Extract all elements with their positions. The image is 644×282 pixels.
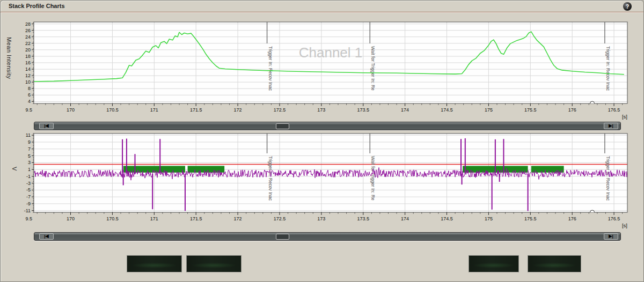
stack-thumbnail-1[interactable] [127,255,182,272]
svg-text:173.5: 173.5 [357,216,369,221]
help-button[interactable]: ? [623,2,632,11]
svg-text:7: 7 [28,146,31,152]
svg-text:172: 172 [234,107,242,113]
svg-text:174.5: 174.5 [441,107,453,113]
svg-text:176.5: 176.5 [608,107,620,113]
window-title: Stack Profile Charts [9,3,65,9]
help-icon: ? [626,4,629,10]
voltage-chart[interactable]: Trigger In: Recov InacWait for Trigger I… [27,132,634,231]
svg-text:173: 173 [317,107,325,113]
svg-text:-11: -11 [24,208,31,213]
svg-text:173: 173 [317,216,325,221]
svg-text:6: 6 [28,92,31,98]
scroll-left-button[interactable]: |◀ [39,123,54,129]
time-scrollbar-top[interactable]: |◀ ▶| [34,122,621,130]
svg-text:9.5: 9.5 [25,107,32,113]
svg-text:11: 11 [26,132,31,138]
y-axis-label-voltage: V [11,167,18,171]
svg-text:24: 24 [25,34,31,40]
svg-text:[s]: [s] [622,114,627,120]
svg-text:22: 22 [25,41,31,46]
stack-thumbnail-4[interactable] [528,255,581,272]
svg-text:172: 172 [234,216,242,221]
scroll-left-icon: |◀ [44,234,48,239]
mean-intensity-chart[interactable]: Channel 1Trigger In: Recov InacWait for … [27,21,634,120]
svg-text:Trigger In: Recov Inac: Trigger In: Recov Inac [605,46,611,91]
scroll-left-button[interactable]: |◀ [39,233,54,240]
titlebar: Stack Profile Charts [1,1,643,12]
svg-text:9.5: 9.5 [25,216,32,221]
svg-text:171.5: 171.5 [190,107,202,113]
svg-text:Trigger In: Recov Inac: Trigger In: Recov Inac [268,156,273,201]
svg-text:172.5: 172.5 [274,107,286,113]
svg-text:Wait for Trigger In: Re: Wait for Trigger In: Re [370,46,376,91]
svg-text:176: 176 [568,216,576,221]
scrollbar-thumb[interactable] [276,123,289,129]
stack-thumbnail-2[interactable] [186,255,241,272]
svg-text:171.5: 171.5 [190,216,202,221]
scroll-right-icon: ▶| [609,123,613,128]
svg-text:Channel 1: Channel 1 [299,44,363,61]
svg-text:28: 28 [25,21,31,27]
svg-text:12: 12 [25,73,31,78]
svg-text:-9: -9 [26,201,31,206]
stack-thumbnail-3[interactable] [469,255,519,272]
svg-text:175: 175 [485,216,493,221]
svg-text:-1: -1 [26,174,31,179]
svg-text:-3: -3 [26,181,31,186]
svg-text:20: 20 [25,47,31,53]
svg-text:16: 16 [25,60,31,65]
svg-text:Wait for Trigger In: Re: Wait for Trigger In: Re [370,156,376,201]
scroll-right-icon: ▶| [609,234,613,239]
svg-text:18: 18 [25,54,31,59]
svg-text:10: 10 [25,79,31,85]
svg-text:171: 171 [150,216,158,221]
svg-text:26: 26 [25,28,31,33]
svg-text:175.5: 175.5 [524,216,537,221]
svg-text:174: 174 [401,107,409,113]
svg-text:170.5: 170.5 [106,216,119,221]
svg-text:176.5: 176.5 [608,216,620,221]
scroll-right-button[interactable]: ▶| [604,233,618,240]
svg-text:Trigger In: Recov Inac: Trigger In: Recov Inac [268,46,273,91]
svg-text:1: 1 [28,167,31,172]
svg-text:175: 175 [485,107,493,113]
time-scrollbar-bottom[interactable]: |◀ ▶| [34,232,621,241]
svg-text:4: 4 [28,99,31,104]
svg-text:9: 9 [28,139,31,145]
svg-text:5: 5 [28,153,31,159]
svg-text:176: 176 [568,107,576,113]
svg-text:174: 174 [401,216,409,221]
svg-text:[s]: [s] [622,222,627,228]
svg-text:-7: -7 [26,194,31,199]
svg-text:172.5: 172.5 [274,216,286,221]
svg-text:171: 171 [150,107,158,113]
svg-text:170.5: 170.5 [106,107,119,113]
svg-text:8: 8 [28,86,31,91]
scroll-right-button[interactable]: ▶| [604,123,618,129]
svg-text:170: 170 [67,216,75,221]
svg-text:3: 3 [28,160,31,165]
scrollbar-thumb[interactable] [276,234,289,240]
svg-text:174.5: 174.5 [441,216,453,221]
svg-text:14: 14 [25,66,31,72]
y-axis-label-mean-intensity: Mean Intensity [6,37,12,79]
svg-text:Trigger In: Recov Inac: Trigger In: Recov Inac [605,156,611,201]
svg-text:-5: -5 [26,187,31,192]
svg-text:170: 170 [67,107,75,113]
scroll-left-icon: |◀ [44,123,48,128]
svg-text:175.5: 175.5 [524,107,537,113]
stack-profile-charts-window: Stack Profile Charts ? Mean Intensity Ch… [0,0,644,282]
svg-text:173.5: 173.5 [357,107,369,113]
